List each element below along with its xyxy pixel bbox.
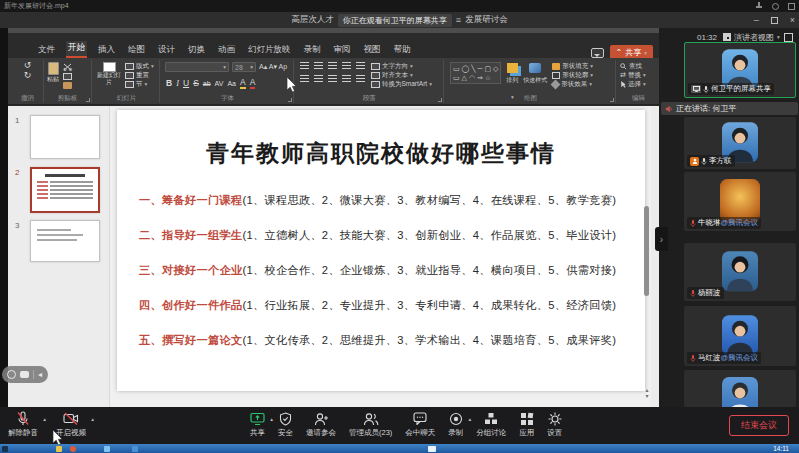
new-slide-button[interactable]: 新建幻灯片	[97, 62, 121, 88]
tab-record[interactable]: 录制	[302, 43, 323, 58]
record-button[interactable]: ▴ 录制	[448, 411, 463, 438]
shape-effects-button[interactable]: 形状效果▾	[552, 80, 593, 88]
font-name-combobox[interactable]: ▾	[165, 62, 229, 72]
shape-outline-button[interactable]: 形状轮廓▾	[552, 71, 593, 79]
format-painter-icon[interactable]	[63, 82, 72, 89]
timer-icon[interactable]	[7, 370, 16, 379]
dialog-launcher-icon[interactable]	[610, 98, 614, 102]
scrollbar-thumb[interactable]	[644, 206, 649, 296]
justify-icon[interactable]	[342, 75, 351, 82]
unmute-button[interactable]: ▴ 解除静音	[8, 411, 38, 438]
replace-button[interactable]: ⇄替换▾	[620, 71, 657, 79]
text-direction-button[interactable]: 文字方向▾	[371, 62, 432, 70]
font-resize-icons[interactable]: A▴ A▾ Ap	[259, 63, 287, 71]
columns-icon[interactable]	[356, 75, 365, 82]
line-spacing-icon[interactable]	[356, 62, 365, 69]
increase-indent-icon[interactable]	[342, 62, 351, 69]
slide-nav-buttons[interactable]: ▴ ▾	[643, 387, 651, 399]
quick-styles-button[interactable]: 快速样式	[523, 62, 547, 85]
layout-button[interactable]: 版式▾	[125, 62, 154, 70]
highlight-color-button[interactable]: A	[240, 77, 246, 89]
align-right-icon[interactable]	[328, 75, 337, 82]
participant-tile[interactable]: 李方联	[684, 117, 796, 169]
annotation-widget[interactable]: ◂	[2, 366, 48, 383]
bullets-icon[interactable]	[300, 62, 309, 69]
folder-taskbar-icon[interactable]	[56, 446, 62, 452]
chat-button[interactable]: 会中聊天	[405, 411, 435, 438]
align-center-icon[interactable]	[314, 75, 323, 82]
tab-slideshow[interactable]: 幻灯片放映	[246, 43, 293, 58]
settings-button[interactable]: 设置	[547, 411, 562, 438]
strikethrough-button[interactable]: S	[193, 78, 199, 88]
participant-tile[interactable]: 马红波@腾讯会议	[684, 306, 796, 366]
shapes-gallery[interactable]: ▭ ◯ ╲ ─ ▢ ◇ ▭ △ ◠ ⇒ ☆	[450, 62, 501, 84]
end-meeting-button[interactable]: 结束会议	[729, 415, 789, 436]
panel-icon[interactable]	[788, 3, 795, 10]
share-screen-button[interactable]: ▴ 共享	[250, 411, 265, 438]
collapse-left-icon[interactable]: ◂	[38, 371, 42, 379]
numbering-icon[interactable]	[314, 62, 323, 69]
circle-icon[interactable]	[772, 3, 779, 10]
start-button[interactable]	[2, 446, 8, 452]
reset-button[interactable]: 重置	[125, 71, 154, 79]
participant-tile[interactable]	[684, 370, 796, 407]
paste-button[interactable]: 粘贴	[47, 62, 59, 89]
select-button[interactable]: 选择▾	[620, 80, 657, 88]
redo-icon[interactable]: ↻	[12, 70, 43, 80]
apps-button[interactable]: 应用	[519, 411, 534, 438]
dialog-launcher-icon[interactable]	[86, 98, 90, 102]
maximize-button[interactable]	[771, 17, 778, 24]
slide-thumbnail-1[interactable]	[30, 115, 100, 159]
list-icon[interactable]: ≡	[456, 15, 461, 25]
breakout-rooms-button[interactable]: 分组讨论	[476, 411, 506, 438]
chat-bubble-icon[interactable]	[20, 371, 29, 378]
change-case-icon[interactable]: Aa	[227, 80, 236, 87]
vertical-scrollbar[interactable]	[644, 109, 650, 404]
comment-icon[interactable]	[591, 48, 604, 58]
font-size-combobox[interactable]: 28▾	[232, 62, 256, 72]
undo-icon[interactable]: ↺	[12, 60, 43, 70]
tab-review[interactable]: 审阅	[332, 43, 353, 58]
invite-button[interactable]: 邀请参会	[306, 411, 336, 438]
dialog-launcher-icon[interactable]	[288, 98, 292, 102]
slide-thumbnail-3[interactable]	[30, 220, 100, 262]
shape-fill-button[interactable]: 形状填充▾	[552, 62, 593, 70]
participant-tile[interactable]: 何卫平的屏幕共享	[684, 42, 796, 98]
view-mode-selector[interactable]: 演讲者视图 ▾	[723, 32, 780, 43]
decrease-indent-icon[interactable]	[328, 62, 337, 69]
tab-animations[interactable]: 动画	[216, 43, 237, 58]
slide[interactable]: 青年教师高职院校做好哪些事情 一、筹备好一门课程(1、课程思政、2、微课大赛、3…	[117, 110, 645, 391]
dialog-launcher-icon[interactable]	[438, 98, 442, 102]
align-left-icon[interactable]	[300, 75, 309, 82]
fullscreen-icon[interactable]	[784, 33, 793, 42]
smartart-button[interactable]: 转换为SmartArt▾	[371, 80, 432, 88]
find-button[interactable]: 查找	[620, 62, 657, 70]
participant-tile[interactable]: 杨丽波	[684, 243, 796, 301]
clear-format-icon[interactable]: ab	[203, 80, 211, 87]
active-app-taskbar-icon[interactable]	[428, 446, 436, 452]
app-taskbar-icon[interactable]	[104, 446, 110, 452]
cut-icon[interactable]	[63, 63, 73, 71]
tab-insert[interactable]: 插入	[96, 43, 117, 58]
bold-button[interactable]: B	[166, 78, 172, 88]
tab-draw[interactable]: 绘图	[126, 43, 147, 58]
char-spacing-icon[interactable]: AV	[215, 80, 224, 87]
app-taskbar-icon[interactable]	[132, 446, 138, 452]
participant-tile[interactable]: 牛晓琳@腾讯会议	[684, 172, 796, 231]
tab-file[interactable]: 文件	[36, 43, 57, 58]
sidebar-collapse-button[interactable]: ›	[655, 227, 668, 251]
align-text-button[interactable]: 对齐文本▾	[371, 71, 432, 79]
close-button[interactable]: ×	[790, 15, 795, 25]
section-button[interactable]: 节▾	[125, 80, 154, 88]
security-button[interactable]: 安全	[278, 411, 293, 438]
tab-home[interactable]: 开始	[66, 41, 87, 58]
tab-help[interactable]: 帮助	[392, 43, 413, 58]
manage-members-button[interactable]: 管理成员(23)	[349, 411, 392, 438]
underline-button[interactable]: U	[183, 78, 189, 88]
tab-view[interactable]: 视图	[362, 43, 383, 58]
tab-transitions[interactable]: 切换	[186, 43, 207, 58]
italic-button[interactable]: I	[176, 78, 179, 88]
browser-taskbar-icon[interactable]	[70, 446, 76, 452]
tab-design[interactable]: 设计	[156, 43, 177, 58]
slide-thumbnail-2[interactable]	[30, 167, 100, 213]
